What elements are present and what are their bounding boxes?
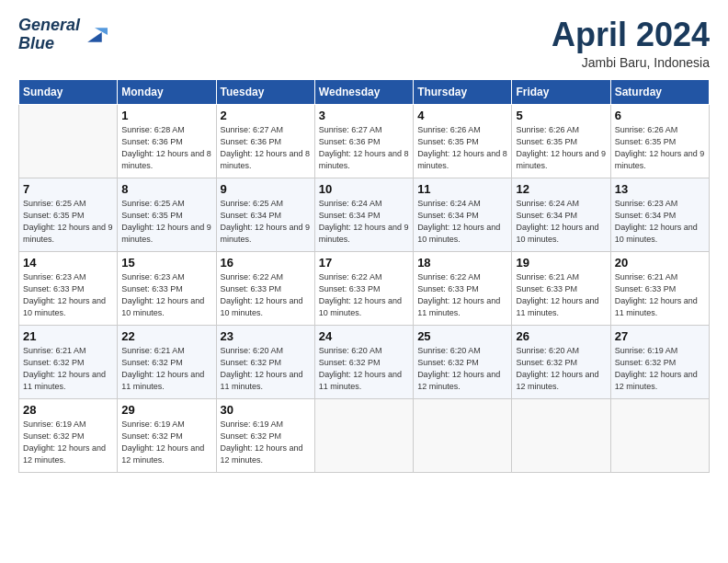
table-row: 30Sunrise: 6:19 AMSunset: 6:32 PMDayligh… [216,398,314,472]
cell-info: Sunrise: 6:28 AMSunset: 6:36 PMDaylight:… [121,125,211,170]
day-number: 22 [121,329,211,343]
cell-info: Sunrise: 6:26 AMSunset: 6:35 PMDaylight:… [615,125,705,170]
table-row: 9Sunrise: 6:25 AMSunset: 6:34 PMDaylight… [216,178,314,251]
day-number: 13 [615,182,705,196]
table-row: 22Sunrise: 6:21 AMSunset: 6:32 PMDayligh… [118,325,216,398]
cell-info: Sunrise: 6:21 AMSunset: 6:33 PMDaylight:… [615,272,698,317]
col-wednesday: Wednesday [314,79,413,104]
day-number: 18 [417,256,507,270]
day-number: 7 [23,182,113,196]
day-number: 19 [516,256,606,270]
logo-text: General Blue [18,17,80,53]
day-number: 23 [221,329,311,343]
cell-info: Sunrise: 6:22 AMSunset: 6:33 PMDaylight:… [319,272,402,317]
cell-info: Sunrise: 6:23 AMSunset: 6:33 PMDaylight:… [121,272,204,317]
table-row: 11Sunrise: 6:24 AMSunset: 6:34 PMDayligh… [414,178,512,251]
day-number: 11 [417,182,507,196]
cell-info: Sunrise: 6:20 AMSunset: 6:32 PMDaylight:… [516,346,598,391]
col-friday: Friday [512,79,610,104]
table-row [314,398,413,472]
cell-info: Sunrise: 6:24 AMSunset: 6:34 PMDaylight:… [516,199,598,244]
col-saturday: Saturday [610,79,709,104]
day-number: 8 [121,182,211,196]
col-tuesday: Tuesday [216,79,314,104]
cell-info: Sunrise: 6:20 AMSunset: 6:32 PMDaylight:… [221,346,303,391]
day-number: 24 [319,329,409,343]
day-number: 27 [615,329,705,343]
cell-info: Sunrise: 6:23 AMSunset: 6:33 PMDaylight:… [23,272,106,317]
table-row: 1Sunrise: 6:28 AMSunset: 6:36 PMDaylight… [118,104,216,178]
day-number: 16 [221,256,311,270]
cell-info: Sunrise: 6:24 AMSunset: 6:34 PMDaylight:… [417,199,500,244]
calendar-header-row: Sunday Monday Tuesday Wednesday Thursday… [19,79,710,104]
day-number: 3 [319,109,409,122]
table-row [414,398,512,472]
day-number: 28 [23,403,113,417]
cell-info: Sunrise: 6:22 AMSunset: 6:33 PMDaylight:… [221,272,303,317]
cell-info: Sunrise: 6:19 AMSunset: 6:32 PMDaylight:… [121,419,204,465]
col-sunday: Sunday [19,79,118,104]
cell-info: Sunrise: 6:21 AMSunset: 6:33 PMDaylight:… [516,272,598,317]
cell-info: Sunrise: 6:27 AMSunset: 6:36 PMDaylight:… [319,125,409,170]
cell-info: Sunrise: 6:26 AMSunset: 6:35 PMDaylight:… [516,125,606,170]
cell-info: Sunrise: 6:27 AMSunset: 6:36 PMDaylight:… [221,125,311,170]
table-row: 14Sunrise: 6:23 AMSunset: 6:33 PMDayligh… [19,251,118,325]
table-row: 20Sunrise: 6:21 AMSunset: 6:33 PMDayligh… [610,251,709,325]
table-row: 29Sunrise: 6:19 AMSunset: 6:32 PMDayligh… [118,398,216,472]
day-number: 10 [319,182,409,196]
day-number: 30 [221,403,311,417]
calendar-week-row: 1Sunrise: 6:28 AMSunset: 6:36 PMDaylight… [19,104,710,178]
calendar-week-row: 21Sunrise: 6:21 AMSunset: 6:32 PMDayligh… [19,325,710,398]
table-row: 10Sunrise: 6:24 AMSunset: 6:34 PMDayligh… [314,178,413,251]
day-number: 9 [221,182,311,196]
cell-info: Sunrise: 6:21 AMSunset: 6:32 PMDaylight:… [23,346,106,391]
cell-info: Sunrise: 6:25 AMSunset: 6:35 PMDaylight:… [121,199,211,244]
calendar-week-row: 14Sunrise: 6:23 AMSunset: 6:33 PMDayligh… [19,251,710,325]
table-row: 26Sunrise: 6:20 AMSunset: 6:32 PMDayligh… [512,325,610,398]
calendar-week-row: 7Sunrise: 6:25 AMSunset: 6:35 PMDaylight… [19,178,710,251]
day-number: 12 [516,182,606,196]
cell-info: Sunrise: 6:19 AMSunset: 6:32 PMDaylight:… [221,419,303,465]
table-row: 13Sunrise: 6:23 AMSunset: 6:34 PMDayligh… [610,178,709,251]
table-row: 5Sunrise: 6:26 AMSunset: 6:35 PMDaylight… [512,104,610,178]
cell-info: Sunrise: 6:25 AMSunset: 6:34 PMDaylight:… [221,199,311,244]
table-row [512,398,610,472]
table-row: 17Sunrise: 6:22 AMSunset: 6:33 PMDayligh… [314,251,413,325]
calendar-week-row: 28Sunrise: 6:19 AMSunset: 6:32 PMDayligh… [19,398,710,472]
table-row: 27Sunrise: 6:19 AMSunset: 6:32 PMDayligh… [610,325,709,398]
col-monday: Monday [118,79,216,104]
cell-info: Sunrise: 6:24 AMSunset: 6:34 PMDaylight:… [319,199,409,244]
day-number: 5 [516,109,606,122]
table-row [610,398,709,472]
table-row: 21Sunrise: 6:21 AMSunset: 6:32 PMDayligh… [19,325,118,398]
table-row: 2Sunrise: 6:27 AMSunset: 6:36 PMDaylight… [216,104,314,178]
cell-info: Sunrise: 6:19 AMSunset: 6:32 PMDaylight:… [23,419,106,465]
table-row: 23Sunrise: 6:20 AMSunset: 6:32 PMDayligh… [216,325,314,398]
day-number: 4 [417,109,507,122]
day-number: 2 [221,109,311,122]
table-row: 25Sunrise: 6:20 AMSunset: 6:32 PMDayligh… [414,325,512,398]
table-row: 8Sunrise: 6:25 AMSunset: 6:35 PMDaylight… [118,178,216,251]
calendar: Sunday Monday Tuesday Wednesday Thursday… [18,79,710,473]
cell-info: Sunrise: 6:20 AMSunset: 6:32 PMDaylight:… [417,346,500,391]
logo-icon [82,22,108,48]
cell-info: Sunrise: 6:25 AMSunset: 6:35 PMDaylight:… [23,199,113,244]
table-row: 24Sunrise: 6:20 AMSunset: 6:32 PMDayligh… [314,325,413,398]
day-number: 1 [121,109,211,122]
table-row: 6Sunrise: 6:26 AMSunset: 6:35 PMDaylight… [610,104,709,178]
day-number: 26 [516,329,606,343]
table-row: 19Sunrise: 6:21 AMSunset: 6:33 PMDayligh… [512,251,610,325]
day-number: 20 [615,256,705,270]
cell-info: Sunrise: 6:26 AMSunset: 6:35 PMDaylight:… [417,125,507,170]
cell-info: Sunrise: 6:20 AMSunset: 6:32 PMDaylight:… [319,346,402,391]
day-number: 21 [23,329,113,343]
day-number: 17 [319,256,409,270]
title-block: April 2024 Jambi Baru, Indonesia [552,17,710,70]
day-number: 6 [615,109,705,122]
table-row [19,104,118,178]
day-number: 25 [417,329,507,343]
table-row: 12Sunrise: 6:24 AMSunset: 6:34 PMDayligh… [512,178,610,251]
day-number: 29 [121,403,211,417]
table-row: 3Sunrise: 6:27 AMSunset: 6:36 PMDaylight… [314,104,413,178]
day-number: 15 [121,256,211,270]
